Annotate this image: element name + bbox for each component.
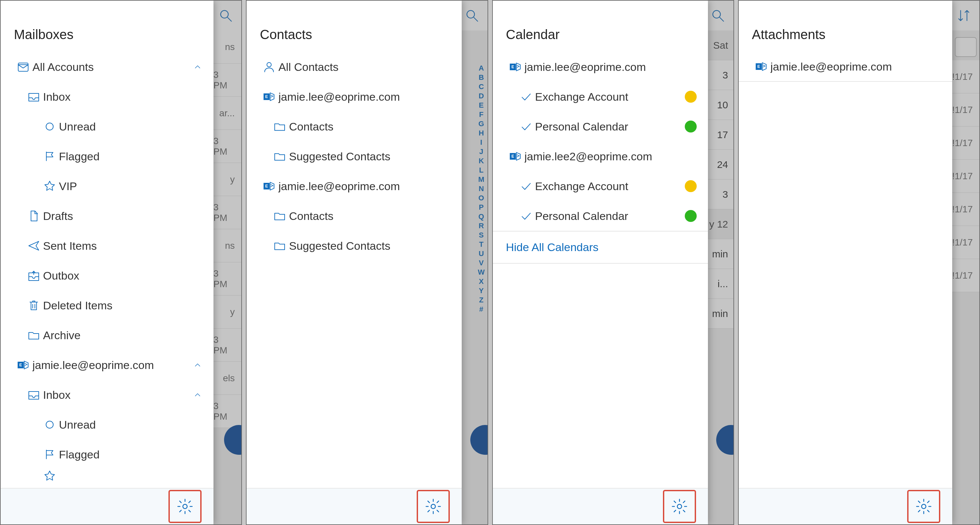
unread2-row[interactable]: Unread (1, 410, 213, 440)
check-icon (517, 120, 535, 133)
chevron-up-icon (193, 62, 202, 72)
contacts-folder2-label: Contacts (289, 210, 450, 223)
all-accounts-row[interactable]: All Accounts (1, 52, 213, 82)
attachments-footer (739, 488, 952, 524)
gear-icon (425, 498, 442, 515)
cal-personal1-row[interactable]: Personal Calendar (493, 112, 708, 142)
check-icon (517, 209, 535, 223)
svg-text:E: E (757, 64, 760, 69)
deleted-label: Deleted Items (43, 299, 202, 312)
cal-exchange2-row[interactable]: Exchange Account (493, 171, 708, 201)
outbox-row[interactable]: Outbox (1, 261, 213, 290)
all-accounts-label: All Accounts (32, 61, 193, 73)
contacts-folder1-label: Contacts (289, 120, 450, 133)
cal-personal2-row[interactable]: Personal Calendar (493, 201, 708, 231)
trash-icon (24, 299, 43, 312)
outbox-icon (24, 269, 43, 282)
exchange-icon: E (506, 150, 525, 163)
contacts-sidebar: Contacts All Contacts E jamie.lee@eoprim… (247, 1, 462, 524)
hide-all-calendars-link[interactable]: Hide All Calendars (493, 231, 708, 264)
vip-row[interactable]: VIP (1, 171, 213, 201)
contacts-account2-row[interactable]: E jamie.lee@eoprime.com (247, 171, 462, 201)
unread2-label: Unread (59, 418, 202, 431)
settings-button[interactable] (907, 490, 940, 523)
exchange-icon: E (260, 180, 278, 193)
exchange-icon: E (14, 358, 32, 372)
flagged2-row[interactable]: Flagged (1, 440, 213, 469)
svg-text:E: E (266, 184, 268, 188)
calendar-footer (493, 488, 708, 524)
suggested1-row[interactable]: Suggested Contacts (247, 142, 462, 171)
contacts-folder1-row[interactable]: Contacts (247, 112, 462, 142)
attachments-card: Attachments E jamie.lee@eoprime.com !1/1… (738, 0, 980, 525)
inbox-label: Inbox (43, 91, 202, 103)
mail-footer (1, 488, 213, 524)
settings-button[interactable] (169, 490, 202, 523)
suggested1-label: Suggested Contacts (289, 150, 450, 163)
calendar-card: Calendar E jamie.lee@eoprime.com Exchang… (492, 0, 734, 525)
cal-personal1-label: Personal Calendar (535, 120, 685, 133)
person-icon (260, 60, 278, 73)
folder-icon (270, 239, 289, 252)
cal-account2-row[interactable]: E jamie.lee2@eoprime.com (493, 142, 708, 171)
vip2-row-partial[interactable] (1, 469, 213, 486)
svg-text:E: E (19, 363, 22, 367)
check-icon (517, 180, 535, 193)
cal-exchange1-label: Exchange Account (535, 91, 685, 103)
star-icon (40, 469, 59, 483)
mailboxes-title: Mailboxes (1, 7, 213, 52)
mail-backdrop: ns 3 PM ar... 3 PM y 3 PM ns 3 PM y 3 PM… (213, 1, 241, 524)
unread-label: Unread (59, 120, 202, 133)
contacts-account1-row[interactable]: E jamie.lee@eoprime.com (247, 82, 462, 112)
mailboxes-card: Mailboxes All Accounts Inbox Unread Flag… (0, 0, 242, 525)
chevron-up-icon (193, 361, 202, 370)
settings-button[interactable] (663, 490, 696, 523)
svg-text:E: E (511, 65, 514, 69)
cal-account2-label: jamie.lee2@eoprime.com (525, 150, 697, 163)
suggested2-row[interactable]: Suggested Contacts (247, 231, 462, 261)
inbox-icon (24, 388, 43, 401)
all-contacts-label: All Contacts (278, 61, 450, 73)
gear-icon (915, 498, 932, 515)
deleted-row[interactable]: Deleted Items (1, 290, 213, 320)
account-row[interactable]: E jamie.lee@eoprime.com (1, 350, 213, 380)
inbox2-row[interactable]: Inbox (1, 380, 213, 410)
cal-exchange2-label: Exchange Account (535, 180, 685, 193)
exchange-icon: E (506, 60, 525, 73)
cal-exchange1-row[interactable]: Exchange Account (493, 82, 708, 112)
cal-account1-row[interactable]: E jamie.lee@eoprime.com (493, 52, 708, 82)
attachments-title: Attachments (739, 7, 952, 52)
calendar-color-dot (685, 91, 697, 103)
folder-icon (24, 329, 43, 342)
circle-icon (40, 418, 59, 431)
cal-personal2-label: Personal Calendar (535, 210, 685, 223)
calendar-color-dot (685, 121, 697, 132)
send-icon (24, 239, 43, 252)
sent-label: Sent Items (43, 239, 202, 252)
suggested2-label: Suggested Contacts (289, 239, 450, 252)
unread-row[interactable]: Unread (1, 112, 213, 142)
settings-button[interactable] (417, 490, 450, 523)
flagged-row[interactable]: Flagged (1, 142, 213, 171)
mailbox-icon (14, 60, 32, 73)
flag-icon (40, 448, 59, 461)
folder-icon (270, 150, 289, 163)
svg-text:E: E (266, 94, 268, 99)
drafts-row[interactable]: Drafts (1, 201, 213, 231)
archive-row[interactable]: Archive (1, 320, 213, 350)
flagged2-label: Flagged (59, 448, 202, 461)
cal-account1-label: jamie.lee@eoprime.com (525, 61, 697, 73)
attachments-sidebar: Attachments E jamie.lee@eoprime.com (739, 1, 952, 524)
flag-icon (40, 150, 59, 163)
inbox-row[interactable]: Inbox (1, 82, 213, 112)
folder-icon (270, 120, 289, 133)
all-contacts-row[interactable]: All Contacts (247, 52, 462, 82)
contacts-folder2-row[interactable]: Contacts (247, 201, 462, 231)
archive-label: Archive (43, 329, 202, 342)
exchange-icon: E (260, 90, 278, 103)
chevron-up-icon (193, 390, 202, 399)
calendar-color-dot (685, 210, 697, 222)
att-account-row[interactable]: E jamie.lee@eoprime.com (739, 52, 952, 82)
sent-row[interactable]: Sent Items (1, 231, 213, 261)
att-account-label: jamie.lee@eoprime.com (770, 60, 941, 73)
